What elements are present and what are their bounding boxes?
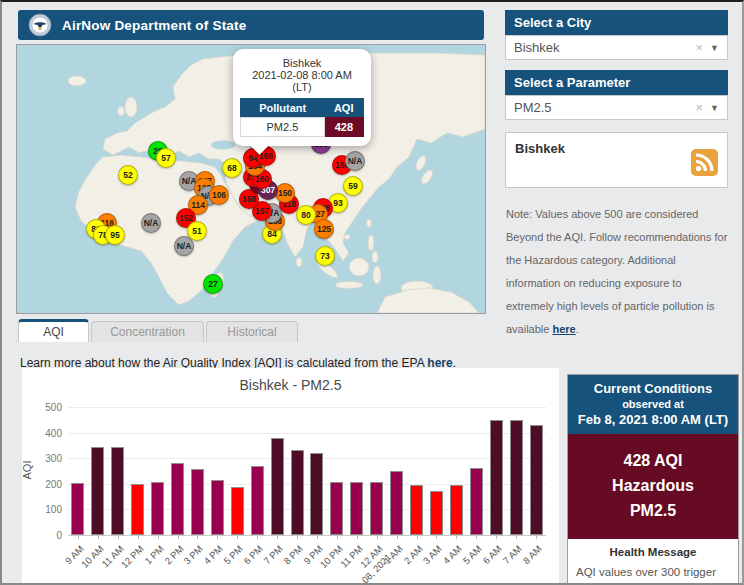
chart-y-tick-label: 500	[32, 402, 62, 413]
chart-gridline	[68, 407, 546, 408]
note-suffix: .	[576, 323, 579, 335]
city-select[interactable]: Bishkek × ▼	[505, 35, 728, 60]
aqi-marker[interactable]: 125	[314, 219, 334, 239]
chart-x-tick	[98, 535, 99, 539]
chart-panel: Bishkek - PM2.5 AQI 01002003004005009 AM…	[22, 368, 559, 585]
chart-bar	[211, 480, 224, 535]
feed-box: Bishkek	[505, 132, 728, 188]
popup-timezone: (LT)	[240, 81, 364, 93]
popup-datetime: 2021-02-08 8:00 AM	[240, 69, 364, 81]
cc-title: Current Conditions	[570, 381, 736, 396]
city-select-header: Select a City	[505, 10, 728, 35]
chart-x-tick	[397, 535, 398, 539]
chart-x-tick	[377, 535, 378, 539]
note-here-link[interactable]: here	[552, 323, 575, 335]
world-map[interactable]: 52295768N/A137125N/A10611415251N/AN/A116…	[16, 44, 486, 314]
aqi-marker[interactable]: 80	[296, 205, 316, 225]
chart-bar	[191, 469, 204, 535]
aqi-marker[interactable]: 27	[203, 274, 223, 294]
tab-aqi[interactable]: AQI	[18, 319, 89, 342]
chart-x-tick	[178, 535, 179, 539]
popup-col-pollutant: Pollutant	[241, 99, 325, 118]
chart-bar	[430, 491, 443, 535]
cc-category: Hazardous	[568, 474, 738, 499]
app-header: AirNow Department of State	[18, 10, 484, 40]
chart-bar	[470, 468, 483, 535]
cc-aqi-value: 428 AQI	[568, 449, 738, 474]
chart-x-tick	[357, 535, 358, 539]
chart-x-tick	[496, 535, 497, 539]
parameter-select-value: PM2.5	[514, 100, 688, 115]
current-conditions-panel: Current Conditions observed at Feb 8, 20…	[567, 374, 739, 585]
chart-bar	[151, 482, 164, 535]
rss-feed-icon[interactable]	[691, 149, 718, 180]
cc-datetime: Feb 8, 2021 8:00 AM (LT)	[570, 412, 736, 427]
tab-historical[interactable]: Historical	[206, 321, 298, 342]
popup-pollutant-value: PM2.5	[241, 118, 325, 137]
chart-x-tick	[436, 535, 437, 539]
parameter-clear-icon[interactable]: ×	[688, 100, 710, 115]
chart-plot-area: 01002003004005009 AM10 AM11 AM12 PM1 PM2…	[68, 407, 546, 536]
chart-bar	[271, 438, 284, 535]
chart-bar	[490, 420, 503, 535]
chart-x-tick	[476, 535, 477, 539]
parameter-select-header: Select a Parameter	[505, 70, 728, 95]
tab-concentration[interactable]: Concentration	[91, 321, 204, 342]
chart-bar	[291, 450, 304, 535]
aqi-marker[interactable]: 150	[275, 183, 295, 203]
aqi-marker[interactable]: 95	[105, 225, 125, 245]
chart-x-tick	[297, 535, 298, 539]
popup-city: Bishkek	[240, 57, 364, 69]
cc-aqi-block: 428 AQI Hazardous PM2.5	[568, 434, 738, 539]
chart-y-tick-label: 300	[32, 453, 62, 464]
chart-x-tick	[138, 535, 139, 539]
chart-bar	[350, 482, 363, 535]
aqi-marker[interactable]: 68	[222, 158, 242, 178]
aqi-marker[interactable]: N/A	[345, 151, 365, 171]
aqi-marker[interactable]: N/A	[174, 236, 194, 256]
parameter-dropdown-arrow-icon[interactable]: ▼	[710, 103, 727, 113]
popup-aqi-value: 428	[324, 118, 363, 137]
aqi-marker[interactable]: 59	[343, 176, 363, 196]
chart-x-tick	[197, 535, 198, 539]
chart-bar	[251, 466, 264, 535]
chart-bar	[131, 484, 144, 535]
health-message-title: Health Message	[576, 546, 730, 558]
health-message-text: AQI values over 300 trigger health warni…	[576, 562, 730, 585]
aqi-marker[interactable]: N/A	[141, 213, 161, 233]
aqi-marker[interactable]: 52	[118, 165, 138, 185]
aqi-marker[interactable]: 106	[209, 185, 229, 205]
chart-bar	[111, 447, 124, 535]
chart-bar	[370, 482, 383, 535]
chart-x-tick	[536, 535, 537, 539]
map-popup: Bishkek 2021-02-08 8:00 AM (LT) Pollutan…	[233, 49, 371, 146]
chart-y-tick-label: 0	[32, 530, 62, 541]
aqi-marker[interactable]: 57	[156, 148, 176, 168]
cc-health-section: Health Message AQI values over 300 trigg…	[568, 539, 738, 585]
aqi-marker[interactable]: 73	[315, 246, 335, 266]
chart-x-tick	[257, 535, 258, 539]
beyond-aqi-note: Note: Values above 500 are considered Be…	[506, 203, 732, 342]
chart-bar	[450, 485, 463, 535]
popup-col-aqi: AQI	[324, 99, 363, 118]
chart-bar	[91, 447, 104, 535]
cc-pollutant: PM2.5	[568, 499, 738, 524]
chart-bar	[310, 453, 323, 535]
page-title: AirNow Department of State	[62, 18, 246, 33]
city-dropdown-arrow-icon[interactable]: ▼	[710, 43, 727, 53]
airnow-page: AirNow Department of State	[0, 0, 744, 585]
city-select-value: Bishkek	[514, 40, 688, 55]
chart-x-tick	[217, 535, 218, 539]
chart-gridline	[68, 433, 546, 434]
chart-x-tick	[277, 535, 278, 539]
chart-bar	[231, 487, 244, 535]
chart-x-tick	[118, 535, 119, 539]
chart-x-tick	[158, 535, 159, 539]
chart-x-tick	[337, 535, 338, 539]
city-clear-icon[interactable]: ×	[688, 40, 710, 55]
current-conditions-header: Current Conditions observed at Feb 8, 20…	[568, 375, 738, 434]
chart-bar	[410, 485, 423, 535]
chart-bar	[71, 483, 84, 535]
cc-subtitle: observed at	[570, 398, 736, 410]
parameter-select[interactable]: PM2.5 × ▼	[505, 95, 728, 120]
